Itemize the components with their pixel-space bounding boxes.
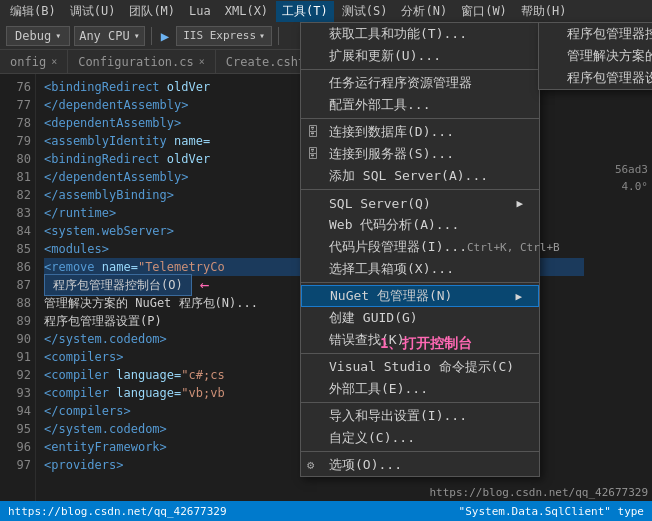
line-num-87: 87 bbox=[4, 276, 31, 294]
sep-2 bbox=[301, 118, 539, 119]
menu-bar: 编辑(B) 调试(U) 团队(M) Lua XML(X) 工具(T) 测试(S)… bbox=[0, 0, 652, 22]
menu-analyze[interactable]: 分析(N) bbox=[395, 1, 453, 22]
menu-window[interactable]: 窗口(W) bbox=[455, 1, 513, 22]
menu-vs-cmd[interactable]: Visual Studio 命令提示(C) bbox=[301, 356, 539, 378]
line-num-84: 84 bbox=[4, 222, 31, 240]
tab-config-close[interactable]: × bbox=[51, 56, 57, 67]
right-panel: 0.0° 56ad3 4.0° bbox=[592, 74, 652, 501]
sep-3 bbox=[301, 189, 539, 190]
nuget-arrow: ▶ bbox=[515, 290, 522, 303]
run-button[interactable]: ▶ bbox=[158, 28, 172, 44]
menu-toolbox-items[interactable]: 选择工具箱项(X)... bbox=[301, 258, 539, 280]
toolbox-items-label: 选择工具箱项(X)... bbox=[329, 260, 454, 278]
menu-lua[interactable]: Lua bbox=[183, 2, 217, 20]
snippet-manager-label: 代码片段管理器(I)... bbox=[329, 238, 467, 256]
nuget-console[interactable]: 程序包管理器控制台(O) bbox=[539, 23, 652, 45]
toolbar-separator-1 bbox=[151, 27, 152, 45]
debug-mode-button[interactable]: Debug ▾ bbox=[6, 26, 70, 46]
line-num-89: 89 bbox=[4, 312, 31, 330]
pink-arrow-inline: ← bbox=[200, 276, 210, 294]
menu-options[interactable]: ⚙ 选项(O)... bbox=[301, 454, 539, 476]
line-num-81: 81 bbox=[4, 168, 31, 186]
menu-help[interactable]: 帮助(H) bbox=[515, 1, 573, 22]
create-guid-label: 创建 GUID(G) bbox=[329, 309, 418, 327]
menu-xml[interactable]: XML(X) bbox=[219, 2, 274, 20]
menu-snippet-manager[interactable]: 代码片段管理器(I)... Ctrl+K, Ctrl+B bbox=[301, 236, 539, 258]
menu-test[interactable]: 测试(S) bbox=[336, 1, 394, 22]
line-num-86: 86 bbox=[4, 258, 31, 276]
menu-external-tools[interactable]: 外部工具(E)... bbox=[301, 378, 539, 400]
line-num-92: 92 bbox=[4, 366, 31, 384]
line-numbers: 76 77 78 79 80 81 82 83 84 85 86 87 88 8… bbox=[0, 74, 36, 501]
iis-express-button[interactable]: IIS Express ▾ bbox=[176, 26, 272, 46]
task-runner-label: 任务运行程序资源管理器 bbox=[329, 74, 472, 92]
menu-get-tools[interactable]: 获取工具和功能(T)... bbox=[301, 23, 539, 45]
connect-server-label: 连接到服务器(S)... bbox=[329, 145, 454, 163]
iis-label: IIS Express bbox=[183, 29, 256, 42]
config-external-label: 配置外部工具... bbox=[329, 96, 430, 114]
sep-6 bbox=[301, 402, 539, 403]
debug-label: Debug bbox=[15, 29, 51, 43]
server-connect-icon: 🗄 bbox=[307, 147, 319, 161]
sql-arrow: ▶ bbox=[516, 197, 523, 210]
menu-nuget[interactable]: NuGet 包管理器(N) ▶ bbox=[301, 285, 539, 307]
line-num-78: 78 bbox=[4, 114, 31, 132]
line-num-91: 91 bbox=[4, 348, 31, 366]
menu-connect-db[interactable]: 🗄 连接到数据库(D)... bbox=[301, 121, 539, 143]
url-watermark: https://blog.csdn.net/qq_42677329 bbox=[429, 486, 648, 499]
menu-add-sql[interactable]: 添加 SQL Server(A)... bbox=[301, 165, 539, 187]
menu-team[interactable]: 团队(M) bbox=[123, 1, 181, 22]
line-num-76: 76 bbox=[4, 78, 31, 96]
options-label: 选项(O)... bbox=[329, 456, 402, 474]
status-url: https://blog.csdn.net/qq_42677329 bbox=[8, 505, 227, 518]
menu-web-analysis[interactable]: Web 代码分析(A)... bbox=[301, 214, 539, 236]
sep-4 bbox=[301, 282, 539, 283]
menu-config-external[interactable]: 配置外部工具... bbox=[301, 94, 539, 116]
menu-customize[interactable]: 自定义(C)... bbox=[301, 427, 539, 449]
tab-configuration-label: Configuration.cs bbox=[78, 55, 194, 69]
menu-tools[interactable]: 工具(T) bbox=[276, 1, 334, 22]
status-bar-right: "System.Data.SqlClient" type bbox=[459, 505, 644, 518]
sep-5 bbox=[301, 353, 539, 354]
line-num-94: 94 bbox=[4, 402, 31, 420]
get-tools-label: 获取工具和功能(T)... bbox=[329, 25, 467, 43]
tools-menu: 获取工具和功能(T)... 扩展和更新(U)... 任务运行程序资源管理器 配置… bbox=[300, 22, 540, 477]
tab-configuration[interactable]: Configuration.cs × bbox=[68, 50, 216, 74]
status-bottom-text: "System.Data.SqlClient" type bbox=[459, 505, 644, 518]
annotation-label: 1、打开控制台 bbox=[380, 335, 472, 353]
line-num-80: 80 bbox=[4, 150, 31, 168]
tab-configuration-close[interactable]: × bbox=[199, 56, 205, 67]
external-tools-label: 外部工具(E)... bbox=[329, 380, 428, 398]
customize-label: 自定义(C)... bbox=[329, 429, 415, 447]
nuget-inline-hint: 程序包管理器控制台(O) bbox=[44, 274, 192, 296]
nuget-manage-solution[interactable]: 管理解决方案的 NuGet 程序包(N)... bbox=[539, 45, 652, 67]
nuget-settings-label: 程序包管理器设置(P) bbox=[567, 69, 652, 87]
menu-sql-server[interactable]: SQL Server(Q) ▶ bbox=[301, 192, 539, 214]
options-gear-icon: ⚙ bbox=[307, 458, 314, 472]
menu-extensions[interactable]: 扩展和更新(U)... bbox=[301, 45, 539, 67]
iis-dropdown-arrow: ▾ bbox=[259, 30, 265, 41]
sep-7 bbox=[301, 451, 539, 452]
nuget-console-label: 程序包管理器控制台(O) bbox=[567, 25, 652, 43]
cpu-selector[interactable]: Any CPU ▾ bbox=[74, 26, 145, 46]
menu-create-guid[interactable]: 创建 GUID(G) bbox=[301, 307, 539, 329]
cpu-dropdown-arrow: ▾ bbox=[134, 30, 140, 41]
status-bar: https://blog.csdn.net/qq_42677329 "Syste… bbox=[0, 501, 652, 521]
cpu-label: Any CPU bbox=[79, 29, 130, 43]
nuget-settings[interactable]: 程序包管理器设置(P) bbox=[539, 67, 652, 89]
line-num-85: 85 bbox=[4, 240, 31, 258]
menu-debug[interactable]: 调试(U) bbox=[64, 1, 122, 22]
line-num-97: 97 bbox=[4, 456, 31, 474]
nuget-manage-label: 管理解决方案的 NuGet 程序包(N)... bbox=[567, 47, 652, 65]
tab-config[interactable]: onfig × bbox=[0, 50, 68, 74]
play-icon: ▶ bbox=[161, 28, 169, 44]
menu-connect-server[interactable]: 🗄 连接到服务器(S)... bbox=[301, 143, 539, 165]
menu-task-runner[interactable]: 任务运行程序资源管理器 bbox=[301, 72, 539, 94]
debug-dropdown-arrow[interactable]: ▾ bbox=[55, 30, 61, 41]
sql-server-label: SQL Server(Q) bbox=[329, 196, 431, 211]
web-analysis-label: Web 代码分析(A)... bbox=[329, 216, 459, 234]
menu-edit[interactable]: 编辑(B) bbox=[4, 1, 62, 22]
menu-import-export[interactable]: 导入和导出设置(I)... bbox=[301, 405, 539, 427]
line-num-93: 93 bbox=[4, 384, 31, 402]
extensions-label: 扩展和更新(U)... bbox=[329, 47, 441, 65]
